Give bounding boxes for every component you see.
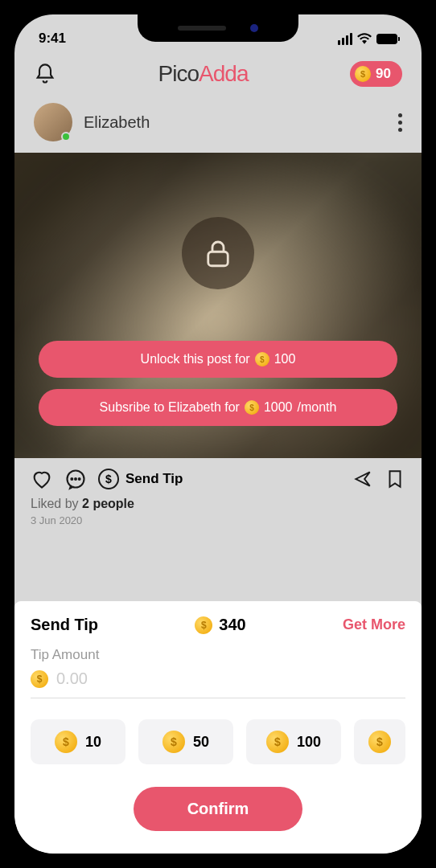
coin-icon: [55, 731, 77, 753]
locked-post-image: Unlock this post for 100 Subsribe to Eli…: [14, 153, 422, 458]
subscribe-cost: 1000: [264, 400, 293, 415]
tip-sheet-header: Send Tip 340 Get More: [31, 616, 405, 634]
battery-icon: [376, 34, 397, 44]
username: Elizabeth: [84, 113, 150, 132]
app-bar: PicoAdda 90: [14, 55, 422, 95]
speaker-slit: [178, 26, 226, 31]
user-info[interactable]: Elizabeth: [34, 103, 150, 141]
wifi-icon: [357, 33, 372, 44]
svg-rect-0: [208, 252, 228, 266]
subscribe-suffix: /month: [298, 400, 337, 415]
front-camera: [250, 24, 258, 32]
phone-frame: 9:41 PicoAdda 90 Elizabeth: [0, 0, 436, 868]
subscribe-button[interactable]: Subsribe to Elizabeth for 1000 /month: [39, 389, 397, 426]
tip-presets: 10 50 100: [31, 719, 405, 764]
send-tip-label: Send Tip: [125, 471, 183, 487]
preset-value: 10: [85, 734, 101, 751]
more-options-icon[interactable]: [398, 113, 402, 132]
coin-icon: [368, 731, 391, 753]
lock-badge: [182, 217, 254, 289]
coin-balance-badge[interactable]: 90: [350, 61, 402, 87]
tip-sheet: Send Tip 340 Get More Tip Amount 10: [14, 601, 422, 854]
status-time: 9:41: [39, 31, 66, 47]
coin-balance-value: 90: [376, 66, 391, 82]
coin-icon: [255, 352, 269, 366]
get-more-link[interactable]: Get More: [343, 616, 405, 633]
share-icon[interactable]: [352, 469, 373, 489]
confirm-button[interactable]: Confirm: [134, 787, 302, 831]
logo-part-a: Pico: [158, 61, 199, 86]
coin-icon: [195, 616, 212, 634]
online-indicator: [61, 132, 71, 141]
tip-amount-label: Tip Amount: [31, 647, 405, 663]
like-icon[interactable]: [31, 468, 53, 490]
tip-amount-input[interactable]: [56, 669, 405, 688]
coin-icon: [245, 400, 259, 415]
liked-prefix: Liked by: [31, 497, 82, 510]
post-meta: Liked by 2 people 3 Jun 2020: [14, 497, 422, 539]
overlay-buttons: Unlock this post for 100 Subsribe to Eli…: [14, 341, 422, 426]
send-tip-action[interactable]: $ Send Tip: [98, 469, 183, 489]
svg-point-2: [71, 478, 72, 480]
unlock-cost: 100: [274, 352, 296, 366]
coin-icon: [355, 66, 371, 82]
coin-icon: [266, 731, 289, 753]
lock-icon: [201, 236, 235, 270]
tip-input-row: [31, 663, 405, 698]
tip-title: Send Tip: [31, 616, 98, 634]
status-right: [338, 33, 397, 45]
tip-balance-value: 340: [219, 616, 245, 634]
unlock-label: Unlock this post for: [141, 352, 250, 366]
notch: [138, 14, 298, 42]
liked-by-text[interactable]: Liked by 2 people: [31, 497, 405, 511]
post-actions: $ Send Tip: [14, 458, 422, 497]
subscribe-label: Subsribe to Elizabeth for: [100, 400, 240, 415]
avatar[interactable]: [34, 103, 72, 141]
svg-point-4: [79, 478, 80, 480]
signal-icon: [338, 33, 352, 45]
post-header: Elizabeth: [14, 95, 422, 153]
post-date: 3 Jun 2020: [31, 514, 405, 526]
coin-icon: [31, 670, 48, 688]
phone-screen: 9:41 PicoAdda 90 Elizabeth: [14, 14, 422, 854]
bookmark-icon[interactable]: [385, 469, 405, 489]
tip-preset-50[interactable]: 50: [138, 719, 233, 764]
notifications-icon[interactable]: [34, 63, 56, 85]
preset-value: 50: [193, 734, 209, 751]
logo-part-b: Adda: [199, 61, 248, 86]
liked-count: 2 people: [82, 497, 134, 510]
app-logo: PicoAdda: [158, 61, 249, 87]
unlock-post-button[interactable]: Unlock this post for 100: [39, 341, 397, 378]
tip-preset-overflow[interactable]: [354, 719, 405, 764]
tip-balance: 340: [195, 616, 245, 634]
comment-icon[interactable]: [64, 468, 87, 490]
svg-point-3: [75, 478, 76, 480]
tip-preset-100[interactable]: 100: [246, 719, 341, 764]
preset-value: 100: [297, 734, 321, 751]
coin-icon: [162, 731, 185, 753]
dollar-icon: $: [98, 469, 119, 489]
tip-preset-10[interactable]: 10: [31, 719, 125, 764]
